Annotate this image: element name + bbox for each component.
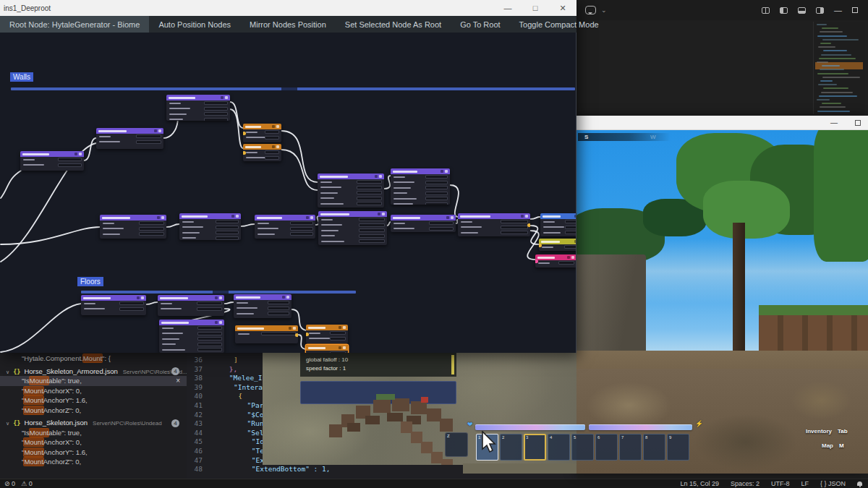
toolbar-button[interactable]: Set Selected Node As Root <box>336 16 451 33</box>
node-port[interactable] <box>539 244 542 247</box>
chat-icon[interactable] <box>585 6 596 14</box>
node-row-field[interactable] <box>359 218 385 221</box>
menu-icon[interactable] <box>219 321 222 324</box>
graph-node[interactable] <box>179 213 241 240</box>
node-row-field[interactable] <box>197 348 222 351</box>
menu-icon[interactable] <box>158 129 161 132</box>
menu-icon[interactable] <box>286 296 289 299</box>
search-match-row[interactable]: "MountAnchorX": 0, <box>0 386 187 396</box>
node-row-field[interactable] <box>429 221 454 225</box>
status-item[interactable]: Ln 15, Col 29 <box>680 480 719 487</box>
node-row-field[interactable] <box>357 186 382 189</box>
collapse-icon[interactable] <box>446 216 449 219</box>
node-row-field[interactable] <box>359 239 385 243</box>
menu-icon[interactable] <box>525 215 528 218</box>
graph-node[interactable] <box>539 239 576 251</box>
graph-node[interactable] <box>306 345 348 353</box>
node-row-field[interactable] <box>565 220 576 223</box>
collapse-icon[interactable] <box>75 153 77 155</box>
node-row-field[interactable] <box>357 197 382 200</box>
node-row-field[interactable] <box>330 331 346 335</box>
graph-node[interactable] <box>391 215 456 232</box>
graph-node[interactable] <box>166 95 230 121</box>
node-row-field[interactable] <box>359 234 385 238</box>
node-row-field[interactable] <box>204 112 228 116</box>
node-row-field[interactable] <box>425 181 448 184</box>
collapse-icon[interactable] <box>282 296 285 299</box>
node-row-field[interactable] <box>425 175 448 179</box>
node-row-field[interactable] <box>136 134 161 138</box>
node-row-field[interactable] <box>204 101 228 105</box>
collapse-icon[interactable] <box>574 215 576 218</box>
graph-node[interactable] <box>158 295 224 316</box>
node-row-field[interactable] <box>290 232 313 236</box>
graph-node[interactable] <box>234 294 292 318</box>
node-row-field[interactable] <box>290 227 313 231</box>
node-canvas[interactable]: Walls Floors <box>0 33 576 353</box>
menu-icon[interactable] <box>451 216 454 219</box>
collapse-icon[interactable] <box>231 215 234 218</box>
collapse-icon[interactable] <box>157 216 160 219</box>
minimize-button[interactable]: — <box>494 0 522 16</box>
graph-node[interactable] <box>20 151 84 171</box>
node-row-field[interactable] <box>330 351 346 353</box>
toggle-sidebar-right-icon[interactable] <box>816 7 824 14</box>
collapse-icon[interactable] <box>339 326 341 329</box>
menu-icon[interactable] <box>276 145 279 148</box>
node-row-field[interactable] <box>558 261 574 265</box>
minimap[interactable] <box>813 22 865 114</box>
graph-node[interactable] <box>318 174 384 207</box>
node-row-field[interactable] <box>261 332 296 335</box>
maximize-button[interactable] <box>855 120 861 126</box>
collapse-icon[interactable] <box>221 96 224 99</box>
toggle-panel-icon[interactable] <box>798 7 806 14</box>
toolbar-button[interactable]: Toggle Compact Mode <box>510 16 608 33</box>
restore-button[interactable] <box>852 7 858 13</box>
node-row-field[interactable] <box>136 140 161 144</box>
node-row-field[interactable] <box>429 227 454 231</box>
hotbar-slot-2[interactable]: 2 <box>500 434 522 461</box>
search-match-row[interactable]: "MountAnchorY": 1.6, <box>0 395 187 406</box>
menu-icon[interactable] <box>382 213 385 215</box>
node-row-field[interactable] <box>290 221 313 225</box>
node-row-field[interactable] <box>139 221 164 225</box>
menu-icon[interactable] <box>343 326 346 329</box>
node-row-field[interactable] <box>197 307 222 311</box>
toolbar-button[interactable]: Root Node: HytaleGenerator - Biome <box>0 16 149 33</box>
collapse-icon[interactable] <box>567 256 570 259</box>
node-port[interactable] <box>295 333 298 337</box>
node-row-field[interactable] <box>58 163 82 167</box>
toolbar-button[interactable]: Go To Root <box>451 16 509 33</box>
node-row-field[interactable] <box>139 232 164 236</box>
status-item[interactable]: Spaces: 2 <box>731 480 760 487</box>
node-row-field[interactable] <box>265 156 279 160</box>
problems-errors[interactable]: ⊘ 0 <box>4 480 15 487</box>
hotbar-slot-4[interactable]: 4 <box>548 434 570 461</box>
collapse-icon[interactable] <box>378 213 380 215</box>
graph-node[interactable] <box>255 215 315 239</box>
collapse-icon[interactable] <box>375 175 378 178</box>
menu-icon[interactable] <box>79 153 82 155</box>
graph-node[interactable] <box>540 213 576 236</box>
node-row-field[interactable] <box>204 118 228 121</box>
node-row-field[interactable] <box>268 307 289 310</box>
node-row-field[interactable] <box>216 220 239 223</box>
collapse-icon[interactable] <box>154 129 157 132</box>
menu-icon[interactable] <box>445 170 448 173</box>
search-match-row[interactable]: "MountAnchorZ": 0, <box>0 457 187 467</box>
dismiss-match-icon[interactable]: × <box>176 376 180 386</box>
node-row-field[interactable] <box>204 107 228 111</box>
node-row-field[interactable] <box>357 191 382 194</box>
toolbar-button[interactable]: Auto Position Nodes <box>149 16 240 33</box>
minimize-button[interactable]: — <box>830 119 838 127</box>
collapse-icon[interactable] <box>137 296 140 299</box>
collapse-icon[interactable] <box>521 215 524 218</box>
collapse-icon[interactable] <box>441 170 443 173</box>
menu-icon[interactable] <box>276 125 279 128</box>
bell-icon[interactable] <box>857 481 862 486</box>
collapse-icon[interactable] <box>339 346 341 349</box>
search-match-row[interactable]: "MountAnchorZ": 0, <box>0 406 187 416</box>
hotbar-slot-8[interactable]: 8 <box>643 434 665 461</box>
graph-node[interactable] <box>458 213 530 236</box>
node-row-field[interactable] <box>501 226 528 229</box>
